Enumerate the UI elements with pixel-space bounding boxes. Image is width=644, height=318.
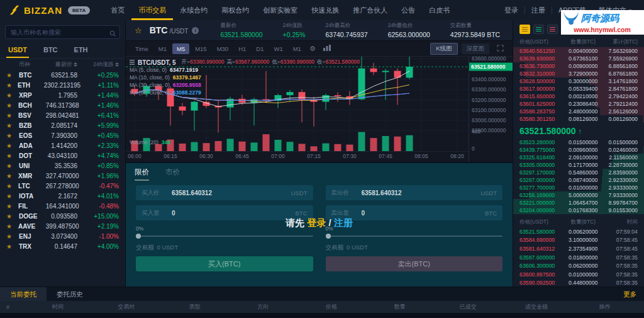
buy-order-row[interactable]: 63256.1690005.000000007.93330000 — [513, 191, 644, 199]
favorite-star-icon[interactable]: ★ — [6, 183, 18, 190]
sell-order-row[interactable]: 63617.9000000.053394002.84761800 — [513, 85, 644, 93]
sell-price-input[interactable] — [362, 190, 476, 196]
interval-time-0[interactable]: Time — [131, 43, 153, 54]
tab-usdt[interactable]: USDT — [6, 42, 29, 58]
interval-h1-5[interactable]: H1 — [234, 43, 250, 54]
tab-limit-order[interactable]: 限价 — [135, 163, 149, 181]
login-prompt-login-link[interactable]: 登录 — [307, 217, 326, 228]
buy-order-row[interactable]: 63439.7750000.009600000.02460000 — [513, 146, 644, 154]
kline-chart[interactable]: 06:0006:1506:3006:4507:0007:1507:3007:45… — [126, 57, 513, 162]
coin-list-item[interactable]: ★BTC63521.58+0.25% — [0, 70, 125, 80]
sell-amount-input[interactable] — [362, 210, 480, 217]
sell-button[interactable]: 卖出(BTC) — [326, 256, 503, 271]
gear-icon[interactable]: ⚙ — [309, 45, 316, 52]
favorite-star-icon[interactable]: ★ — [6, 213, 19, 220]
menu-item-6[interactable]: 快速兑换 — [304, 0, 346, 20]
sell-order-row[interactable]: 63639.9300000.673651007.55926900 — [513, 55, 644, 62]
favorite-star-icon[interactable]: ☆ — [135, 26, 142, 35]
register-link[interactable]: 注册 — [525, 6, 552, 15]
depth-view-button[interactable]: 深度图 — [462, 43, 490, 54]
coin-list-item[interactable]: ★XRP1.7955+1.44% — [0, 90, 125, 100]
buy-price-input[interactable] — [172, 190, 286, 196]
sell-order-row[interactable]: 63615.6500000.002100002.79422400 — [513, 93, 644, 100]
menu-item-8[interactable]: 公告 — [394, 0, 422, 20]
sell-order-row[interactable]: 63628.5000000.300000003.14761800 — [513, 77, 644, 85]
tab-order-history[interactable]: 委托历史 — [47, 287, 93, 301]
orderbook-sells-icon[interactable] — [547, 25, 558, 34]
coin-list-item[interactable]: ★LTC267.278000-0.47% — [0, 181, 125, 191]
menu-item-5[interactable]: 创新实验室 — [256, 0, 304, 20]
sort-icon[interactable] — [74, 62, 77, 67]
favorite-star-icon[interactable]: ★ — [6, 82, 18, 89]
interval-m30-4[interactable]: M30 — [213, 43, 233, 54]
coin-list-item[interactable]: ★TRX0.14647+4.00% — [0, 241, 125, 251]
kline-view-button[interactable]: K线图 — [430, 43, 457, 55]
col-last-price[interactable]: 最新价 — [48, 60, 84, 69]
menu-item-3[interactable]: 永续合约 — [173, 0, 214, 20]
favorite-star-icon[interactable]: ★ — [6, 233, 19, 240]
buy-order-row[interactable]: 63325.6184002.091000002.11560000 — [513, 154, 644, 161]
candlestick-chart-svg[interactable]: 06:0006:1506:3006:4507:0007:1507:3007:45… — [126, 57, 513, 162]
coin-list-item[interactable]: ★ENJ3.073400-1.00% — [0, 231, 125, 241]
coin-list-item[interactable]: ★EOS7.390300+0.45% — [0, 130, 125, 140]
coin-list-item[interactable]: ★ADA1.414200+2.33% — [0, 140, 125, 150]
tab-open-orders[interactable]: 当前委托 — [0, 287, 47, 301]
favorite-star-icon[interactable]: ★ — [6, 162, 19, 169]
more-link[interactable]: 更多 — [616, 287, 644, 301]
menu-item-9[interactable]: 白皮书 — [422, 0, 457, 20]
coin-list-item[interactable]: ★IOTA2.1672+4.01% — [0, 191, 125, 201]
menu-item-1[interactable]: 首页 — [104, 0, 131, 20]
login-prompt-register-link[interactable]: 注册 — [334, 217, 353, 228]
favorite-star-icon[interactable]: ★ — [6, 112, 18, 119]
slider-handle[interactable] — [326, 234, 331, 239]
favorite-star-icon[interactable]: ★ — [6, 142, 19, 149]
buy-order-row[interactable]: 63204.0000000.017683009.01553000 — [513, 207, 644, 214]
buy-order-row[interactable]: 63221.0000001.064547008.99784700 — [513, 199, 644, 207]
coin-list-item[interactable]: ★DOGE0.093580+15.00% — [0, 211, 125, 221]
interval-m15-3[interactable]: M15 — [191, 43, 211, 54]
orderbook-all-icon[interactable] — [519, 25, 530, 34]
sell-order-row[interactable]: 63640.5612500.004000007.56326900 — [513, 47, 644, 55]
coin-list-item[interactable]: ★AAVE399.487500+2.19% — [0, 221, 125, 231]
indicators-icon[interactable] — [323, 45, 331, 52]
sell-order-row[interactable]: 63601.6250000.230864002.79212400 — [513, 100, 644, 108]
menu-item-2[interactable]: 币币交易 — [131, 0, 173, 20]
slider-handle[interactable] — [136, 234, 141, 239]
login-link[interactable]: 登录 — [498, 6, 525, 15]
buy-amount-input[interactable] — [172, 210, 291, 217]
tab-market-order[interactable]: 市价 — [165, 163, 180, 181]
favorite-star-icon[interactable]: ★ — [6, 132, 19, 139]
coin-list-item[interactable]: ★XMR327.470000+1.96% — [0, 171, 125, 181]
tab-eth[interactable]: ETH — [72, 42, 90, 58]
favorite-star-icon[interactable]: ★ — [6, 193, 19, 200]
favorite-star-icon[interactable]: ★ — [6, 173, 18, 179]
sort-icon[interactable] — [115, 62, 119, 67]
search-input[interactable] — [5, 25, 120, 39]
sell-order-row[interactable]: 63580.3012500.081260000.08126000 — [513, 115, 644, 123]
sell-amount-slider[interactable] — [326, 233, 503, 239]
interval-m1-1[interactable]: M1 — [154, 43, 171, 54]
coin-list-item[interactable]: ★ETH2302.213195+1.11% — [0, 80, 125, 90]
buy-order-row[interactable]: 63305.0000000.171700002.28730000 — [513, 161, 644, 169]
favorite-star-icon[interactable]: ★ — [6, 122, 19, 129]
buy-order-row[interactable]: 63297.1700000.548600002.83590000 — [513, 169, 644, 176]
interval-d1-6[interactable]: D1 — [252, 43, 268, 54]
col-change[interactable]: 24h涨跌 — [84, 60, 119, 69]
favorite-star-icon[interactable]: ★ — [6, 203, 18, 210]
menu-item-7[interactable]: 推广合伙人 — [346, 0, 394, 20]
info-icon[interactable]: i — [192, 27, 199, 34]
menu-item-4[interactable]: 期权合约 — [214, 0, 256, 20]
sell-order-row[interactable]: 63632.3100003.729000006.87661800 — [513, 70, 644, 77]
app-logo[interactable]: BIZZAN BETA — [9, 0, 90, 20]
interval-m1-8[interactable]: M1 — [289, 43, 306, 54]
sell-order-row[interactable]: 63588.2837502.480000002.56126000 — [513, 108, 644, 115]
fullscreen-icon[interactable] — [497, 45, 504, 53]
coin-list-item[interactable]: ★DOT43.043100+4.74% — [0, 150, 125, 161]
sell-price-field[interactable]: 卖出价 USDT — [326, 185, 503, 200]
coin-list-item[interactable]: ★BCH746.317368+1.46% — [0, 100, 125, 110]
buy-button[interactable]: 买入(BTC) — [136, 256, 313, 271]
buy-order-row[interactable]: 63277.7000000.010000002.93330000 — [513, 184, 644, 191]
interval-w1-7[interactable]: W1 — [269, 43, 287, 54]
coin-list-item[interactable]: ★FIL164.341000-0.48% — [0, 201, 125, 211]
favorite-star-icon[interactable]: ★ — [6, 92, 19, 99]
